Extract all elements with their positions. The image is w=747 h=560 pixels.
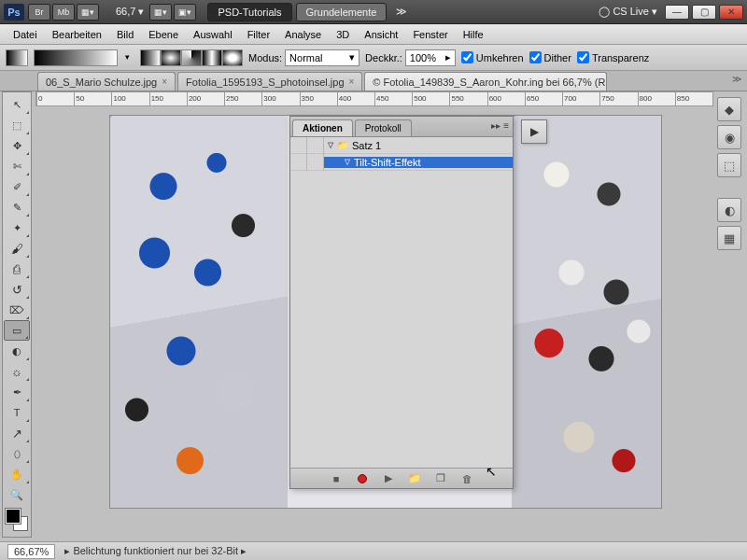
actions-list[interactable]: ▽📁Satz 1 ▽Tilt-Shift-Effekt — [290, 137, 513, 468]
actions-play-large-button[interactable]: ▶ — [521, 119, 547, 144]
tab-aktionen[interactable]: Aktionen — [292, 119, 353, 136]
action-set-row[interactable]: ▽📁Satz 1 — [290, 137, 513, 154]
menu-bar: Datei Bearbeiten Bild Ebene Auswahl Filt… — [0, 24, 747, 45]
disclosure-triangle-icon[interactable]: ▽ — [328, 141, 333, 149]
history-brush-tool[interactable]: ↺ — [4, 279, 30, 300]
dodge-tool[interactable]: ☼ — [4, 361, 30, 382]
application-bar: Ps Br Mb ▦▾ 66,7 ▾ ▦▾ ▣▾ PSD-Tutorials G… — [0, 0, 747, 24]
brush-tool[interactable]: 🖌 — [4, 238, 30, 259]
color-swatch[interactable] — [6, 509, 28, 531]
cs-live-button[interactable]: ◯ CS Live ▾ — [599, 6, 657, 18]
toolbox-panel: ↖ ⬚ ✥ ✄ ✐ ✎ ✦ 🖌 ⎙ ↺ ⌦ ▭ ◐ ☼ ✒ T ↗ ⬯ ✋ 🔍 — [2, 91, 32, 538]
actions-footer: ■ ▶ 📁 ❐ 🗑 — [290, 468, 513, 488]
clone-stamp-tool[interactable]: ⎙ — [4, 259, 30, 279]
panel-menu-icon[interactable]: ▸▸ ≡ — [491, 120, 509, 131]
status-info[interactable]: ▸ Belichtung funktioniert nur bei 32-Bit… — [64, 545, 247, 557]
new-action-button[interactable]: ❐ — [434, 472, 447, 485]
zoom-level-display[interactable]: 66,7 ▾ — [116, 6, 144, 18]
menu-bild[interactable]: Bild — [109, 26, 141, 43]
quick-select-tool[interactable]: ✄ — [4, 156, 30, 176]
gradient-picker[interactable] — [34, 49, 118, 66]
workspace-psd-tutorials[interactable]: PSD-Tutorials — [207, 3, 291, 21]
options-bar: Modus: Normal▾ Deckkr.: 100%▸ Umkehren D… — [0, 45, 747, 71]
document-tab[interactable]: 06_S_Mario Schulze.jpg× — [37, 72, 176, 91]
type-tool[interactable]: T — [4, 402, 30, 423]
path-select-tool[interactable]: ↗ — [4, 423, 30, 443]
reverse-checkbox-label[interactable]: Umkehren — [461, 51, 524, 63]
close-tab-icon[interactable]: × — [349, 77, 355, 87]
tab-overflow-icon[interactable]: ≫ — [732, 74, 741, 84]
folder-icon: 📁 — [337, 140, 348, 150]
menu-analyse[interactable]: Analyse — [277, 26, 329, 43]
screen-mode-button[interactable]: ▣▾ — [174, 4, 196, 21]
workspace-grundelemente[interactable]: Grundelemente — [296, 3, 388, 21]
gradient-reflected-button[interactable] — [202, 49, 222, 66]
document-tab[interactable]: Fotolia_1595193_S_photoinsel.jpg× — [177, 72, 362, 91]
menu-fenster[interactable]: Fenster — [405, 26, 455, 43]
menu-3d[interactable]: 3D — [329, 26, 357, 43]
window-minimize-button[interactable]: — — [665, 5, 689, 20]
action-name-label: Tilt-Shift-Effekt — [354, 157, 421, 168]
menu-hilfe[interactable]: Hilfe — [456, 26, 491, 43]
shape-tool[interactable]: ⬯ — [4, 443, 30, 464]
dock-icon[interactable]: ◆ — [717, 97, 741, 121]
window-close-button[interactable]: ✕ — [719, 5, 743, 20]
menu-ebene[interactable]: Ebene — [141, 26, 186, 43]
document-tab-active[interactable]: © Fotolia_149839_S_Aaron_Kohr.ing bei 66… — [364, 72, 607, 91]
tool-preset-picker[interactable] — [6, 49, 28, 66]
menu-ansicht[interactable]: Ansicht — [357, 26, 405, 43]
dither-checkbox-label[interactable]: Dither — [529, 51, 571, 63]
close-tab-icon[interactable]: × — [162, 77, 167, 87]
gradient-radial-button[interactable] — [161, 49, 181, 66]
lasso-tool[interactable]: ✥ — [4, 135, 30, 156]
transparency-checkbox[interactable] — [577, 51, 589, 63]
mode-dropdown[interactable]: Normal▾ — [285, 49, 359, 66]
zoom-tool[interactable]: 🔍 — [4, 484, 30, 505]
delete-button[interactable]: 🗑 — [460, 472, 473, 485]
minibridge-button[interactable]: Mb — [52, 4, 75, 21]
menu-datei[interactable]: Datei — [6, 26, 45, 43]
healing-tool[interactable]: ✦ — [4, 217, 30, 238]
opacity-field[interactable]: 100%▸ — [405, 49, 456, 66]
stop-button[interactable]: ■ — [330, 472, 343, 485]
gradient-linear-button[interactable] — [140, 49, 161, 66]
tab-protokoll[interactable]: Protokoll — [355, 119, 412, 136]
gradient-tool[interactable]: ▭ — [4, 320, 30, 341]
view-extras-button[interactable]: ▦▾ — [77, 4, 99, 21]
dock-icon[interactable]: ⬚ — [717, 153, 741, 177]
photo-region-right — [512, 116, 661, 508]
crop-tool[interactable]: ✐ — [4, 176, 30, 197]
action-row-selected[interactable]: ▽Tilt-Shift-Effekt — [290, 154, 513, 171]
transparency-checkbox-label[interactable]: Transparenz — [577, 51, 649, 63]
menu-bearbeiten[interactable]: Bearbeiten — [45, 26, 109, 43]
dock-icon[interactable]: ◐ — [717, 198, 741, 222]
window-maximize-button[interactable]: ▢ — [692, 5, 716, 20]
menu-auswahl[interactable]: Auswahl — [186, 26, 240, 43]
workspace-more-icon[interactable]: ≫ — [396, 6, 407, 18]
new-set-button[interactable]: 📁 — [408, 472, 421, 485]
gradient-angle-button[interactable] — [181, 49, 202, 66]
arrange-docs-button[interactable]: ▦▾ — [149, 4, 172, 21]
move-tool[interactable]: ↖ — [4, 94, 30, 115]
marquee-tool[interactable]: ⬚ — [4, 115, 30, 135]
gradient-diamond-button[interactable] — [222, 49, 243, 66]
play-button[interactable]: ▶ — [382, 472, 395, 485]
pen-tool[interactable]: ✒ — [4, 382, 30, 402]
blur-tool[interactable]: ◐ — [4, 341, 30, 361]
menu-filter[interactable]: Filter — [240, 26, 277, 43]
status-zoom-field[interactable]: 66,67% — [7, 544, 55, 559]
eyedropper-tool[interactable]: ✎ — [4, 197, 30, 217]
dock-icon[interactable]: ◉ — [717, 125, 741, 149]
dither-checkbox[interactable] — [529, 51, 542, 63]
bridge-button[interactable]: Br — [28, 4, 50, 21]
dock-icon[interactable]: ▦ — [717, 226, 741, 250]
disclosure-triangle-icon[interactable]: ▽ — [345, 158, 350, 166]
opacity-label: Deckkr.: 100%▸ — [365, 49, 456, 66]
hand-tool[interactable]: ✋ — [4, 464, 30, 484]
record-button[interactable] — [356, 472, 369, 485]
horizontal-ruler[interactable]: 0501001502002503003504004505005506006507… — [35, 91, 713, 106]
reverse-checkbox[interactable] — [461, 51, 473, 63]
eraser-tool[interactable]: ⌦ — [4, 300, 30, 320]
panel-tab-strip: Aktionen Protokoll ▸▸ ≡ — [290, 117, 513, 137]
actions-panel[interactable]: Aktionen Protokoll ▸▸ ≡ ▽📁Satz 1 ▽Tilt-S… — [289, 116, 514, 489]
